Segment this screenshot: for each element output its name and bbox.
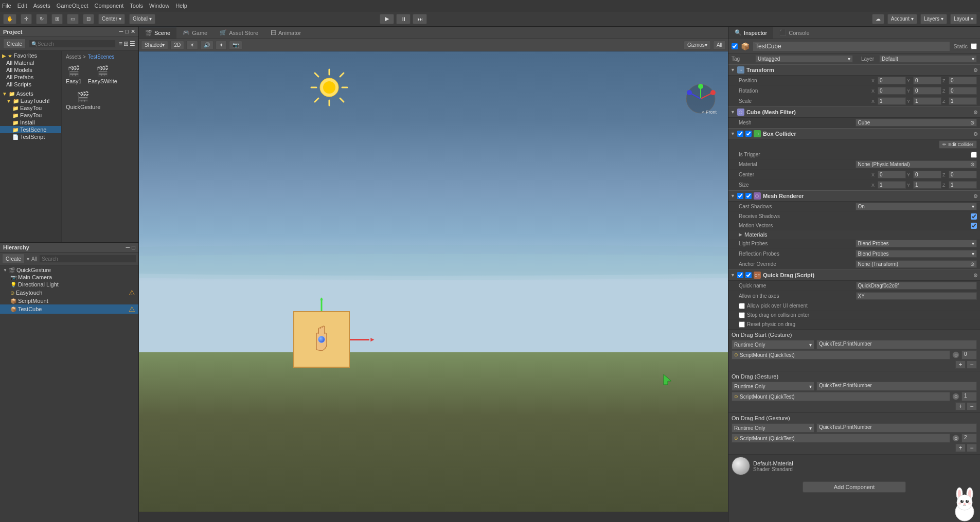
drag-start-num-input[interactable]: 0 <box>961 350 977 359</box>
quickgesture-asset[interactable]: 🎬 QuickGesture <box>64 88 102 112</box>
global-dropdown[interactable]: Global ▾ <box>129 14 155 24</box>
meshrenderer-header[interactable]: ▼ ⬡ Mesh Renderer ⚙ <box>728 190 980 202</box>
edit-collider-btn[interactable]: ✏ Edit Collider <box>939 140 977 149</box>
center-y-input[interactable] <box>913 171 941 178</box>
layer-dropdown[interactable]: Default ▾ <box>879 55 977 63</box>
all-models-item[interactable]: All Models <box>0 66 61 74</box>
menu-assets[interactable]: Assets <box>33 3 50 9</box>
drag-start-remove-btn[interactable]: − <box>967 361 977 369</box>
scale-y-input[interactable] <box>913 97 941 105</box>
meshfilter-header[interactable]: ▼ ⬡ Cube (Mesh Filter) ⚙ <box>728 106 980 118</box>
drag-end-remove-btn[interactable]: − <box>967 444 977 452</box>
drag-add-btn[interactable]: + <box>955 402 966 410</box>
2d-toggle[interactable]: 2D <box>170 41 184 50</box>
pos-x-input[interactable] <box>878 77 906 84</box>
audio-btn[interactable]: 🔊 <box>200 41 213 50</box>
rot-y-input[interactable] <box>913 87 941 95</box>
drag-start-runtime-dropdown[interactable]: Runtime Only ▾ <box>732 340 814 349</box>
all-btn[interactable]: All <box>713 41 726 50</box>
anchor-override-dropdown[interactable]: None (Transform) ⊙ <box>856 260 977 268</box>
drag-runtime-dropdown[interactable]: Runtime Only ▾ <box>732 382 814 391</box>
pos-z-input[interactable] <box>949 77 977 84</box>
drag-end-obj-dropdown[interactable]: ⊙ ScriptMount (QuickTest) <box>732 434 950 443</box>
light-probes-dropdown[interactable]: Blend Probes ▾ <box>856 240 977 247</box>
easytouch-item[interactable]: ▼ 📁 EasyTouch! <box>0 97 61 104</box>
drag-end-add-btn[interactable]: + <box>955 444 966 452</box>
transform-header[interactable]: ▼ ↔ Transform ⚙ <box>728 64 980 76</box>
quickdrag-header[interactable]: ▼ C# Quick Drag (Script) ⚙ <box>728 269 980 281</box>
drag-print-text[interactable]: QuickTest.PrintNumber <box>816 382 977 391</box>
scale-tool-btn[interactable]: ⊞ <box>51 14 63 24</box>
is-trigger-checkbox[interactable] <box>971 152 977 158</box>
gizmos-btn[interactable]: Gizmos ▾ <box>684 41 711 50</box>
pos-y-input[interactable] <box>913 77 941 84</box>
maincamera-hier-item[interactable]: 📷 Main Camera <box>0 274 138 281</box>
center-z-input[interactable] <box>949 171 977 178</box>
move-tool-btn[interactable]: ✛ <box>21 14 32 24</box>
collider-material-dropdown[interactable]: None (Physic Material) ⊙ <box>856 160 977 168</box>
meshrenderer-enabled-checkbox[interactable] <box>737 193 743 199</box>
boxcollider-enabled-checkbox[interactable] <box>737 131 743 137</box>
add-component-btn[interactable]: Add Component <box>803 481 906 493</box>
drag-end-runtime-dropdown[interactable]: Runtime Only ▾ <box>732 423 814 433</box>
quickdrag-active-checkbox[interactable] <box>745 272 752 278</box>
scene-tab[interactable]: 🎬 Scene <box>139 27 176 39</box>
hierarchy-minimize[interactable]: ─ <box>126 244 130 250</box>
menu-edit[interactable]: Edit <box>17 3 27 9</box>
meshrenderer-active-checkbox[interactable] <box>745 193 752 199</box>
object-name-input[interactable] <box>753 41 950 51</box>
easyswrite-asset[interactable]: 🎬 EasySWrite <box>86 63 119 86</box>
project-minimize[interactable]: ─ <box>119 28 123 35</box>
materials-section-header[interactable]: ▶ Materials <box>728 230 980 239</box>
directionallight-hier-item[interactable]: 💡 Directional Light <box>0 281 138 288</box>
lighting-btn[interactable]: ☀ <box>186 41 198 50</box>
easy1-asset[interactable]: 🎬 Easy1 <box>64 63 84 86</box>
boxcollider-header[interactable]: ▼ □ Box Collider ⚙ <box>728 128 980 139</box>
scene-viewport[interactable]: < Front ▲ ► <box>139 51 728 512</box>
collab-btn[interactable]: ☁ <box>872 14 884 24</box>
drag-obj-dropdown[interactable]: ⊙ ScriptMount (QuickTest) <box>732 392 950 401</box>
easytouch-hier-item[interactable]: ⊙ Easytouch ⚠ <box>0 288 138 297</box>
pick-ui-checkbox[interactable] <box>739 303 745 309</box>
drag-start-print-text[interactable]: QuickTest.PrintNumber <box>816 340 977 349</box>
menu-help[interactable]: Help <box>175 3 187 9</box>
cast-shadows-dropdown[interactable]: On ▾ <box>856 203 977 210</box>
hand-tool-btn[interactable]: ✋ <box>3 14 16 24</box>
object-active-checkbox[interactable] <box>732 43 738 49</box>
animator-tab[interactable]: 🎞 Animator <box>264 27 307 39</box>
static-checkbox[interactable] <box>971 43 977 49</box>
project-search-input[interactable] <box>38 41 113 47</box>
all-material-item[interactable]: All Material <box>0 59 61 66</box>
project-maximize[interactable]: □ <box>125 28 129 35</box>
transform-tool-btn[interactable]: ⊟ <box>83 14 94 24</box>
game-tab[interactable]: 🎮 Game <box>176 27 213 39</box>
scale-z-input[interactable] <box>949 97 977 105</box>
console-tab[interactable]: ⬛ Console <box>773 27 815 39</box>
drag-end-num-input[interactable]: 2 <box>961 434 977 443</box>
play-button[interactable]: ▶ <box>380 14 394 24</box>
favorites-item[interactable]: ▶ ★ Favorites <box>0 52 61 59</box>
scriptmount-hier-item[interactable]: 📦 ScriptMount <box>0 297 138 304</box>
inspector-tab[interactable]: 🔍 Inspector <box>728 27 773 39</box>
install-item[interactable]: 📁 Install <box>0 119 61 126</box>
pause-button[interactable]: ⏸ <box>396 14 411 24</box>
drag-end-target-btn[interactable]: ⊙ <box>952 435 959 442</box>
hierarchy-maximize[interactable]: □ <box>132 244 135 250</box>
asset-store-tab[interactable]: 🛒 Asset Store <box>213 27 264 39</box>
rect-tool-btn[interactable]: ▭ <box>67 14 79 24</box>
assets-item[interactable]: ▼ 📁 Assets <box>0 90 61 97</box>
rot-x-input[interactable] <box>878 87 906 95</box>
quick-name-input[interactable] <box>856 282 977 290</box>
menu-gameobject[interactable]: GameObject <box>57 3 88 9</box>
drag-num-input[interactable]: 1 <box>961 392 977 401</box>
motion-vectors-checkbox[interactable] <box>971 223 977 229</box>
boxcollider-menu-icon[interactable]: ⚙ <box>973 131 978 137</box>
tag-dropdown[interactable]: Untagged ▾ <box>755 55 853 63</box>
boxcollider-active-checkbox[interactable] <box>745 131 752 137</box>
hierarchy-search-input[interactable] <box>42 256 134 262</box>
project-close[interactable]: ✕ <box>131 28 135 35</box>
drag-start-obj-dropdown[interactable]: ⊙ ScriptMount (QuickTest) <box>732 350 950 359</box>
scene-camera-btn[interactable]: 📷 <box>229 41 242 50</box>
meshrenderer-menu-icon[interactable]: ⚙ <box>973 193 978 199</box>
project-view-icon2[interactable]: ⊞ <box>123 40 129 47</box>
